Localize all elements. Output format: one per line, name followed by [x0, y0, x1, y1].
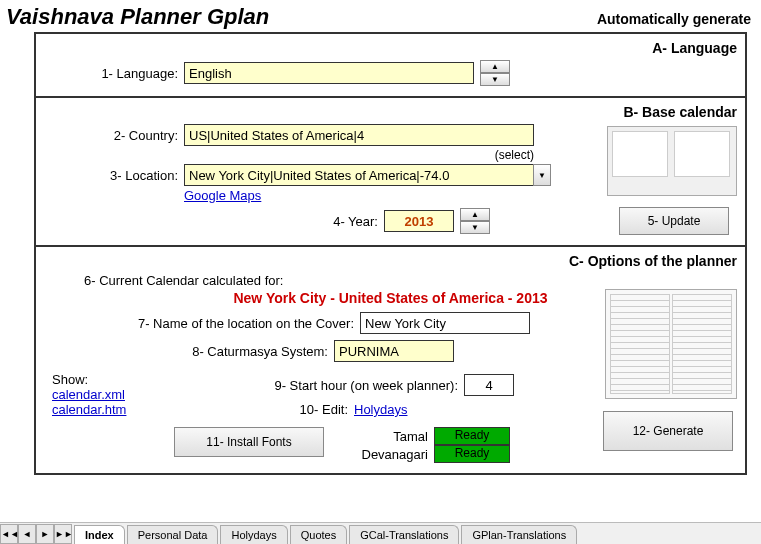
language-input[interactable]: [184, 62, 474, 84]
start-input[interactable]: [464, 374, 514, 396]
edit-link[interactable]: Holydays: [354, 402, 407, 417]
catur-label: 8- Caturmasya System:: [44, 344, 334, 359]
language-label: 1- Language:: [44, 66, 184, 81]
catur-input[interactable]: [334, 340, 454, 362]
planner-thumbnail: [605, 289, 737, 399]
year-input[interactable]: [384, 210, 454, 232]
language-spinner-down[interactable]: ▼: [480, 73, 510, 86]
section-a-title: A- Language: [44, 40, 737, 56]
calc-value: New York City - United States of America…: [233, 290, 547, 306]
calc-label: 6- Current Calendar calculated for:: [44, 273, 334, 288]
tamal-label: Tamal: [354, 429, 434, 444]
update-button[interactable]: 5- Update: [619, 207, 729, 235]
show-link-xml[interactable]: calendar.xml: [52, 387, 154, 402]
year-label: 4- Year:: [44, 214, 384, 229]
tab-nav-prev[interactable]: ◄: [18, 524, 36, 544]
page-title: Vaishnava Planner Gplan: [6, 4, 269, 30]
dev-label: Devanagari: [354, 447, 434, 462]
tab-gcal-translations[interactable]: GCal-Translations: [349, 525, 459, 544]
section-c-title: C- Options of the planner: [44, 253, 737, 269]
cover-label: 7- Name of the location on the Cover:: [44, 316, 360, 331]
tamal-status: Ready: [434, 427, 510, 445]
preview-thumbnail: [607, 126, 737, 196]
country-input[interactable]: [184, 124, 534, 146]
tab-gplan-translations[interactable]: GPlan-Translations: [461, 525, 577, 544]
tab-holydays[interactable]: Holydays: [220, 525, 287, 544]
year-spinner-up[interactable]: ▲: [460, 208, 490, 221]
edit-label: 10- Edit:: [154, 402, 354, 417]
tab-personal-data[interactable]: Personal Data: [127, 525, 219, 544]
page-subtitle: Automatically generate: [597, 11, 751, 27]
section-b-title: B- Base calendar: [44, 104, 737, 120]
language-spinner-up[interactable]: ▲: [480, 60, 510, 73]
dev-status: Ready: [434, 445, 510, 463]
location-dropdown-button[interactable]: ▼: [533, 164, 551, 186]
install-fonts-button[interactable]: 11- Install Fonts: [174, 427, 324, 457]
show-label: Show:: [52, 372, 154, 387]
tab-nav-last[interactable]: ►►: [54, 524, 72, 544]
start-label: 9- Start hour (on week planner):: [154, 378, 464, 393]
tab-index[interactable]: Index: [74, 525, 125, 544]
cover-input[interactable]: [360, 312, 530, 334]
tab-nav-next[interactable]: ►: [36, 524, 54, 544]
location-label: 3- Location:: [44, 168, 184, 183]
tab-quotes[interactable]: Quotes: [290, 525, 347, 544]
country-label: 2- Country:: [44, 128, 184, 143]
tab-nav-first[interactable]: ◄◄: [0, 524, 18, 544]
google-maps-link[interactable]: Google Maps: [184, 188, 261, 203]
generate-button[interactable]: 12- Generate: [603, 411, 733, 451]
select-hint: (select): [44, 148, 534, 162]
year-spinner-down[interactable]: ▼: [460, 221, 490, 234]
show-link-htm[interactable]: calendar.htm: [52, 402, 154, 417]
location-input[interactable]: [184, 164, 534, 186]
